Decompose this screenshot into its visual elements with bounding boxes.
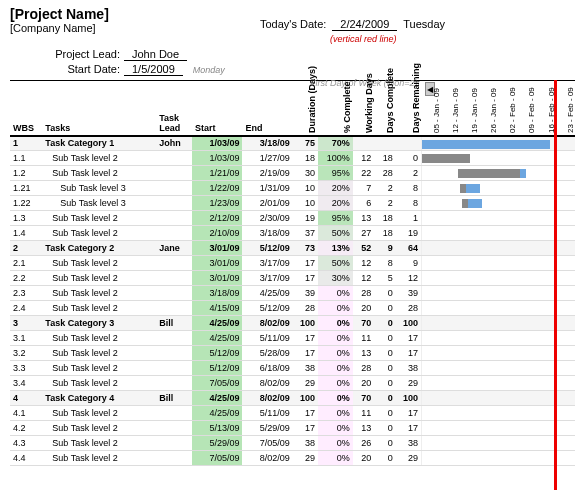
- task-cell[interactable]: Sub Task level 3: [42, 181, 156, 196]
- task-cell[interactable]: Task Category 3: [42, 316, 156, 331]
- wbs-cell[interactable]: 1: [10, 136, 42, 151]
- task-cell[interactable]: Sub Task level 2: [42, 361, 156, 376]
- days-complete-cell[interactable]: 9: [374, 241, 396, 256]
- table-row[interactable]: 1.4Sub Task level 22/10/093/18/093750%27…: [10, 226, 575, 241]
- col-start[interactable]: Start: [192, 81, 242, 136]
- start-cell[interactable]: 3/01/09: [192, 256, 242, 271]
- table-row[interactable]: 1.2Sub Task level 21/21/092/19/093095%22…: [10, 166, 575, 181]
- start-cell[interactable]: 1/23/09: [192, 196, 242, 211]
- task-cell[interactable]: Task Category 1: [42, 136, 156, 151]
- lead-cell[interactable]: [156, 406, 192, 421]
- working-cell[interactable]: [353, 136, 375, 151]
- pct-cell[interactable]: 70%: [318, 136, 353, 151]
- wbs-cell[interactable]: 1.4: [10, 226, 42, 241]
- days-remaining-cell[interactable]: 17: [396, 331, 422, 346]
- days-remaining-cell[interactable]: 0: [396, 151, 422, 166]
- working-cell[interactable]: 27: [353, 226, 375, 241]
- days-remaining-cell[interactable]: 17: [396, 406, 422, 421]
- duration-cell[interactable]: 37: [293, 226, 318, 241]
- duration-cell[interactable]: 17: [293, 256, 318, 271]
- days-complete-cell[interactable]: 0: [374, 391, 396, 406]
- lead-cell[interactable]: [156, 421, 192, 436]
- end-cell[interactable]: 5/12/09: [242, 241, 292, 256]
- pct-cell[interactable]: 100%: [318, 151, 353, 166]
- task-cell[interactable]: Sub Task level 2: [42, 301, 156, 316]
- pct-cell[interactable]: 0%: [318, 361, 353, 376]
- pct-cell[interactable]: 0%: [318, 331, 353, 346]
- days-complete-cell[interactable]: 0: [374, 421, 396, 436]
- working-cell[interactable]: 13: [353, 421, 375, 436]
- col-wbs[interactable]: WBS: [10, 81, 42, 136]
- duration-cell[interactable]: 39: [293, 286, 318, 301]
- table-row[interactable]: 4.4Sub Task level 27/05/098/02/09290%200…: [10, 451, 575, 466]
- table-row[interactable]: 1.22Sub Task level 31/23/092/01/091020%6…: [10, 196, 575, 211]
- end-cell[interactable]: 2/01/09: [242, 196, 292, 211]
- lead-cell[interactable]: [156, 151, 192, 166]
- working-cell[interactable]: 28: [353, 286, 375, 301]
- table-row[interactable]: 3.3Sub Task level 25/12/096/18/09380%280…: [10, 361, 575, 376]
- days-complete-cell[interactable]: 28: [374, 166, 396, 181]
- pct-cell[interactable]: 0%: [318, 391, 353, 406]
- days-remaining-cell[interactable]: 19: [396, 226, 422, 241]
- duration-cell[interactable]: 17: [293, 271, 318, 286]
- table-row[interactable]: 1Task Category 1John1/03/093/18/097570%: [10, 136, 575, 151]
- pct-cell[interactable]: 0%: [318, 346, 353, 361]
- pct-cell[interactable]: 0%: [318, 286, 353, 301]
- start-cell[interactable]: 3/01/09: [192, 241, 242, 256]
- table-row[interactable]: 2.2Sub Task level 23/01/093/17/091730%12…: [10, 271, 575, 286]
- lead-cell[interactable]: [156, 451, 192, 466]
- lead-cell[interactable]: [156, 211, 192, 226]
- lead-cell[interactable]: [156, 256, 192, 271]
- days-complete-cell[interactable]: 18: [374, 211, 396, 226]
- start-date-value[interactable]: 1/5/2009: [124, 63, 183, 76]
- table-row[interactable]: 3Task Category 3Bill4/25/098/02/091000%7…: [10, 316, 575, 331]
- pct-cell[interactable]: 13%: [318, 241, 353, 256]
- task-cell[interactable]: Sub Task level 2: [42, 346, 156, 361]
- end-cell[interactable]: 5/11/09: [242, 406, 292, 421]
- lead-cell[interactable]: Bill: [156, 391, 192, 406]
- end-cell[interactable]: 7/05/09: [242, 436, 292, 451]
- days-complete-cell[interactable]: 0: [374, 451, 396, 466]
- days-complete-cell[interactable]: 0: [374, 286, 396, 301]
- lead-cell[interactable]: [156, 166, 192, 181]
- task-cell[interactable]: Sub Task level 2: [42, 166, 156, 181]
- lead-cell[interactable]: [156, 361, 192, 376]
- task-cell[interactable]: Sub Task level 2: [42, 256, 156, 271]
- table-row[interactable]: 4.2Sub Task level 25/13/095/29/09170%130…: [10, 421, 575, 436]
- pct-cell[interactable]: 0%: [318, 301, 353, 316]
- duration-cell[interactable]: 17: [293, 346, 318, 361]
- lead-cell[interactable]: John: [156, 136, 192, 151]
- task-cell[interactable]: Sub Task level 2: [42, 211, 156, 226]
- days-remaining-cell[interactable]: 17: [396, 421, 422, 436]
- lead-cell[interactable]: [156, 196, 192, 211]
- table-row[interactable]: 3.4Sub Task level 27/05/098/02/09290%200…: [10, 376, 575, 391]
- lead-cell[interactable]: Bill: [156, 316, 192, 331]
- duration-cell[interactable]: 29: [293, 451, 318, 466]
- start-cell[interactable]: 4/25/09: [192, 391, 242, 406]
- days-remaining-cell[interactable]: 39: [396, 286, 422, 301]
- start-cell[interactable]: 5/12/09: [192, 346, 242, 361]
- working-cell[interactable]: 6: [353, 196, 375, 211]
- working-cell[interactable]: 12: [353, 151, 375, 166]
- wbs-cell[interactable]: 4.3: [10, 436, 42, 451]
- working-cell[interactable]: 70: [353, 391, 375, 406]
- start-cell[interactable]: 5/12/09: [192, 361, 242, 376]
- table-row[interactable]: 2Task Category 2Jane3/01/095/12/097313%5…: [10, 241, 575, 256]
- duration-cell[interactable]: 30: [293, 166, 318, 181]
- task-cell[interactable]: Sub Task level 2: [42, 406, 156, 421]
- start-cell[interactable]: 3/01/09: [192, 271, 242, 286]
- days-remaining-cell[interactable]: 29: [396, 376, 422, 391]
- pct-cell[interactable]: 0%: [318, 406, 353, 421]
- days-complete-cell[interactable]: 0: [374, 316, 396, 331]
- working-cell[interactable]: 11: [353, 331, 375, 346]
- table-row[interactable]: 1.3Sub Task level 22/12/092/30/091995%13…: [10, 211, 575, 226]
- pct-cell[interactable]: 95%: [318, 211, 353, 226]
- end-cell[interactable]: 8/02/09: [242, 316, 292, 331]
- working-cell[interactable]: 22: [353, 166, 375, 181]
- days-complete-cell[interactable]: 2: [374, 181, 396, 196]
- wbs-cell[interactable]: 2.3: [10, 286, 42, 301]
- duration-cell[interactable]: 17: [293, 331, 318, 346]
- table-row[interactable]: 4Task Category 4Bill4/25/098/02/091000%7…: [10, 391, 575, 406]
- lead-cell[interactable]: [156, 226, 192, 241]
- task-cell[interactable]: Sub Task level 3: [42, 196, 156, 211]
